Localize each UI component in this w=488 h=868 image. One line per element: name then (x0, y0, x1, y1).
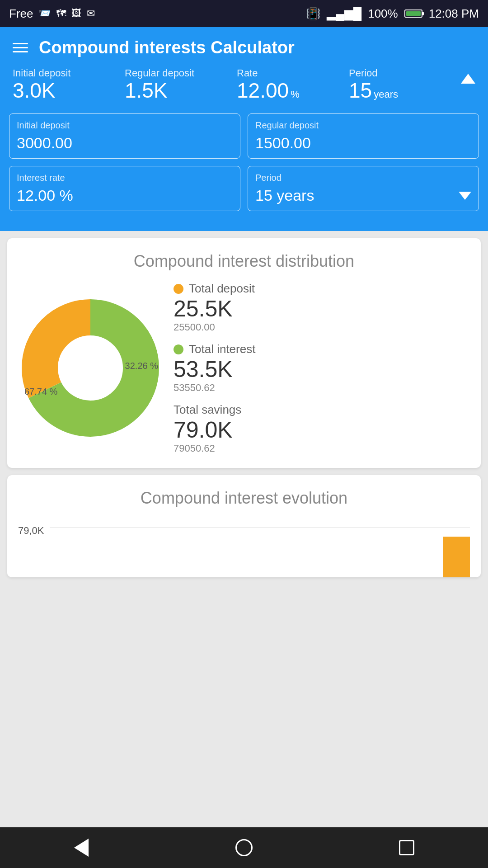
initial-deposit-value: 3000.00 (17, 134, 233, 152)
summary-rate: Rate 12.00 % (237, 67, 349, 101)
collapse-icon[interactable] (461, 74, 475, 84)
deposit-value-small: 25500.00 (174, 321, 470, 333)
input-row-2: Interest rate 12.00 % Period 15 years (9, 166, 479, 211)
legend: Total deposit 25.5K 25500.00 Total inter… (174, 282, 470, 454)
notification-icon: 📨 (38, 8, 51, 19)
deposit-label: Total deposit (189, 282, 255, 296)
regular-deposit-field[interactable]: Regular deposit 1500.00 (248, 113, 479, 159)
green-percent-label: 67.74 % (24, 387, 57, 397)
vibrate-icon: 📳 (306, 7, 320, 21)
initial-deposit-field[interactable]: Initial deposit 3000.00 (9, 113, 240, 159)
summary-rate-value: 12.00 (237, 80, 289, 101)
back-icon (74, 839, 89, 857)
legend-total-deposit: Total deposit 25.5K 25500.00 (174, 282, 470, 333)
distribution-title: Compound interest distribution (18, 252, 470, 271)
hamburger-menu[interactable] (13, 43, 28, 52)
chevron-down-icon (459, 192, 471, 200)
deposit-dot (174, 284, 183, 294)
time-label: 12:08 PM (429, 7, 479, 21)
status-bar: Free 📨 🗺 🖼 ✉ 📳 ▂▄▆█ 100% 12:08 PM (0, 0, 488, 27)
period-label: Period (255, 173, 471, 183)
period-field[interactable]: Period 15 years (248, 166, 479, 211)
summary-period: Period 15 years (349, 67, 461, 101)
gold-percent-label: 32.26 % (125, 361, 158, 371)
summary-initial-deposit-label: Initial deposit (13, 67, 125, 79)
summary-rate-unit: % (291, 89, 300, 100)
distribution-card: Compound interest distribution 32.26 % 6… (7, 238, 481, 468)
interest-rate-value: 12.00 % (17, 187, 233, 204)
summary-period-value: 15 (349, 80, 372, 101)
home-icon (235, 839, 253, 856)
status-left: Free 📨 🗺 🖼 ✉ (9, 7, 95, 21)
content-area: Compound interest distribution 32.26 % 6… (0, 231, 488, 827)
summary-period-label: Period (349, 67, 461, 79)
gmail-icon: ✉ (87, 8, 95, 19)
regular-deposit-label: Regular deposit (255, 120, 471, 131)
evolution-bar (443, 537, 470, 577)
signal-bars: ▂▄▆█ (327, 7, 361, 21)
svg-point-2 (59, 336, 122, 400)
donut-chart: 32.26 % 67.74 % (18, 296, 163, 440)
recent-icon (399, 840, 414, 855)
carrier-label: Free (9, 7, 33, 21)
interest-value-large: 53.5K (174, 357, 470, 382)
savings-label: Total savings (174, 403, 470, 417)
y-axis-label: 79,0K (18, 523, 44, 537)
evolution-title: Compound interest evolution (18, 489, 470, 508)
summary-regular-deposit-value: 1.5K (125, 80, 168, 101)
deposit-value-large: 25.5K (174, 297, 470, 321)
summary-section: Initial deposit 3.0K Regular deposit 1.5… (0, 67, 488, 109)
summary-initial-deposit: Initial deposit 3.0K (13, 67, 125, 101)
app-title: Compound interests Calculator (39, 38, 295, 57)
input-row-1: Initial deposit 3000.00 Regular deposit … (9, 113, 479, 159)
app-header: Compound interests Calculator (0, 27, 488, 67)
period-dropdown[interactable]: 15 years (255, 187, 471, 204)
interest-value-small: 53550.62 (174, 382, 470, 394)
savings-value-large: 79.0K (174, 418, 470, 443)
nav-bar (0, 827, 488, 868)
legend-total-savings: Total savings 79.0K 79050.62 (174, 403, 470, 454)
interest-dot (174, 344, 183, 354)
status-right: 📳 ▂▄▆█ 100% 12:08 PM (306, 7, 479, 21)
summary-rate-label: Rate (237, 67, 349, 79)
input-section: Initial deposit 3000.00 Regular deposit … (0, 109, 488, 231)
evolution-card: Compound interest evolution 79,0K (7, 475, 481, 577)
photo-icon: 🖼 (71, 8, 81, 19)
evolution-chart: 79,0K (18, 519, 470, 577)
summary-regular-deposit: Regular deposit 1.5K (125, 67, 237, 101)
interest-label: Total interest (189, 342, 255, 356)
distribution-content: 32.26 % 67.74 % Total deposit 25.5K 2550… (18, 282, 470, 454)
savings-value-small: 79050.62 (174, 443, 470, 454)
period-value: 15 years (255, 187, 314, 204)
interest-rate-label: Interest rate (17, 173, 233, 183)
battery-percent: 100% (368, 7, 398, 21)
maps-icon: 🗺 (56, 8, 66, 19)
summary-initial-deposit-value: 3.0K (13, 80, 56, 101)
regular-deposit-value: 1500.00 (255, 134, 471, 152)
recent-button[interactable] (393, 834, 420, 861)
battery-icon (404, 9, 422, 18)
summary-period-unit: years (374, 89, 398, 100)
back-button[interactable] (68, 834, 95, 861)
summary-regular-deposit-label: Regular deposit (125, 67, 237, 79)
summary-row: Initial deposit 3.0K Regular deposit 1.5… (13, 67, 475, 101)
legend-total-interest: Total interest 53.5K 53550.62 (174, 342, 470, 394)
home-button[interactable] (230, 834, 258, 861)
interest-rate-field[interactable]: Interest rate 12.00 % (9, 166, 240, 211)
initial-deposit-label: Initial deposit (17, 120, 233, 131)
